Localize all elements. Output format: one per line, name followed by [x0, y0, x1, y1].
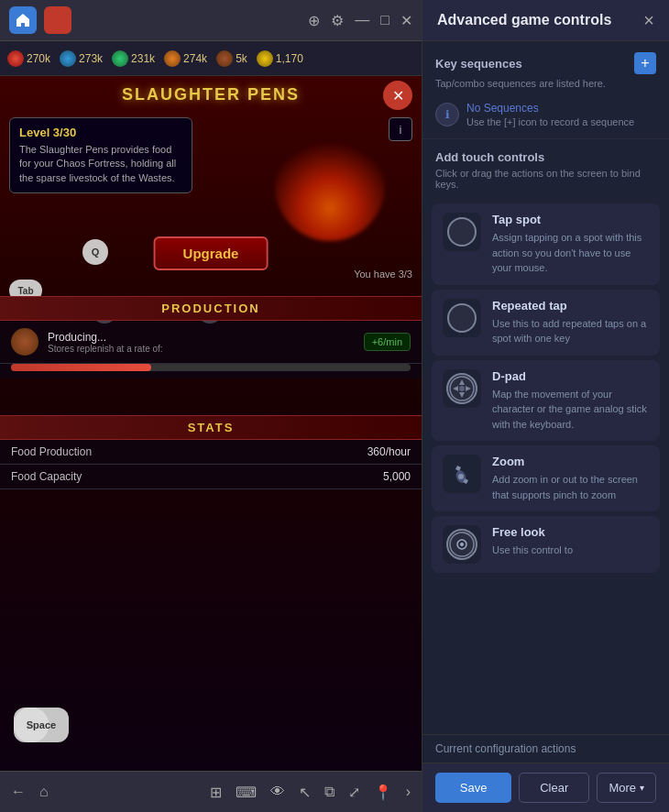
add-icon: +: [641, 55, 649, 71]
level-desc: The Slaughter Pens provides food for you…: [19, 143, 182, 185]
prod-icon: [11, 328, 38, 356]
resource-value-1: 270k: [27, 52, 50, 65]
progress-fill: [11, 364, 151, 371]
resource-icon-brown: [216, 50, 233, 67]
no-sequences-row: ℹ No Sequences Use the [+] icon to recor…: [422, 96, 669, 138]
pin-icon[interactable]: 📍: [374, 784, 392, 801]
tap-spot-card[interactable]: Tap spot Assign tapping on a spot with t…: [432, 203, 660, 285]
progress-bar-wrap: [0, 364, 422, 379]
food-production-value: 360/hour: [367, 445, 411, 458]
resource-icon-yellow: [257, 50, 273, 67]
cursor-icon[interactable]: ↖: [299, 784, 311, 801]
progress-bg: [11, 364, 411, 371]
repeated-tap-title: Repeated tap: [492, 299, 649, 313]
free-look-title: Free look: [492, 525, 649, 539]
repeated-tap-icon: [447, 303, 477, 333]
search-icon[interactable]: ⊕: [308, 12, 320, 29]
food-production-label: Food Production: [11, 445, 92, 458]
resource-icon-green: [112, 50, 128, 67]
home-button[interactable]: [9, 6, 37, 34]
stats-header: STATS: [0, 415, 422, 440]
game-content: SLAUGHTER PENS ✕ Level 3/30 The Slaughte…: [0, 76, 422, 771]
key-sequences-label: Key sequences: [435, 57, 522, 71]
you-have: You have 3/3: [354, 269, 412, 280]
dpad-text: D-pad Map the movement of your character…: [492, 369, 649, 433]
food-capacity-value: 5,000: [383, 470, 411, 483]
tap-spot-title: Tap spot: [492, 213, 649, 226]
panel-scroll[interactable]: Key sequences + Tap/combo sequences are …: [422, 41, 669, 734]
info-icon[interactable]: i: [389, 117, 412, 141]
resource-value-3: 231k: [131, 52, 155, 65]
zoom-icon-wrap: [443, 455, 481, 493]
top-bar-controls: ⊕ ⚙ — □ ✕: [308, 12, 412, 29]
dpad-card[interactable]: D-pad Map the movement of your character…: [432, 360, 660, 442]
bottom-bar-tools: ⊞ ⌨ 👁 ↖ ⧉ ⤢ 📍 ›: [210, 784, 411, 801]
upgrade-button[interactable]: Upgrade: [154, 236, 269, 270]
right-panel: Advanced game controls × Key sequences +…: [422, 0, 669, 812]
zoom-text: Zoom Add zoom in or out to the screen th…: [492, 455, 649, 502]
tap-spot-icon-wrap: [443, 213, 481, 251]
save-button[interactable]: Save: [435, 773, 511, 803]
game-title: SLAUGHTER PENS: [122, 85, 300, 104]
expand-icon[interactable]: ⤢: [348, 784, 360, 801]
prod-text: Producing... Stores replenish at a rate …: [48, 331, 355, 354]
minimize-icon[interactable]: —: [355, 12, 369, 28]
free-look-card[interactable]: Free look Use this control to: [432, 516, 660, 573]
resource-item: 1,170: [257, 50, 303, 67]
zoom-desc: Add zoom in or out to the screen that su…: [492, 472, 649, 502]
bottom-bar-nav: ← ⌂: [11, 784, 49, 800]
stats-row-2: Food Capacity 5,000: [0, 465, 422, 489]
key-sequences-sub: Tap/combo sequences are listed here.: [422, 78, 669, 96]
key-q[interactable]: Q: [82, 239, 108, 265]
resource-item: 231k: [112, 50, 155, 67]
back-icon[interactable]: ←: [11, 784, 26, 800]
fire-visual: [275, 131, 385, 241]
repeated-tap-desc: Use this to add repeated taps on a spot …: [492, 316, 649, 346]
panel-close-button[interactable]: ×: [643, 10, 654, 31]
production-header: PRODUCTION: [0, 296, 422, 321]
more-label: More: [609, 781, 636, 795]
home-nav-icon[interactable]: ⌂: [39, 784, 49, 800]
add-touch-label: Add touch controls: [422, 139, 669, 168]
stats-row-1: Food Production 360/hour: [0, 440, 422, 465]
game-icon: [44, 6, 71, 34]
resource-item: 274k: [164, 50, 207, 67]
level-title: Level 3/30: [19, 126, 182, 139]
forward-icon[interactable]: ›: [406, 784, 411, 801]
maximize-icon[interactable]: □: [380, 12, 389, 28]
keyboard-icon[interactable]: ⌨: [236, 784, 257, 801]
no-sequences-label: No Sequences: [466, 102, 634, 115]
eye-icon[interactable]: 👁: [270, 784, 285, 801]
clear-button[interactable]: Clear: [519, 773, 589, 803]
tap-spot-text: Tap spot Assign tapping on a spot with t…: [492, 213, 649, 276]
dpad-icon: [446, 373, 477, 404]
close-game-button[interactable]: ✕: [383, 81, 412, 110]
left-panel: ⊕ ⚙ — □ ✕ 270k 273k 231k 274k 5k: [0, 0, 422, 812]
repeated-tap-card[interactable]: Repeated tap Use this to add repeated ta…: [432, 290, 660, 356]
resource-item: 5k: [216, 50, 247, 67]
repeated-tap-icon-wrap: [443, 299, 481, 337]
grid-icon[interactable]: ⊞: [210, 784, 222, 801]
tap-spot-desc: Assign tapping on a spot with this actio…: [492, 230, 649, 276]
resource-icon-red: [7, 50, 24, 67]
add-sequence-button[interactable]: +: [634, 52, 656, 74]
settings-icon[interactable]: ⚙: [331, 12, 344, 29]
repeated-tap-text: Repeated tap Use this to add repeated ta…: [492, 299, 649, 346]
stats-section: STATS Food Production 360/hour Food Capa…: [0, 415, 422, 489]
free-look-icon-wrap: [443, 525, 481, 564]
layers-icon[interactable]: ⧉: [324, 784, 334, 801]
zoom-title: Zoom: [492, 455, 649, 468]
zoom-card[interactable]: Zoom Add zoom in or out to the screen th…: [432, 445, 660, 511]
production-section: PRODUCTION Producing... Stores replenish…: [0, 296, 422, 379]
dpad-title: D-pad: [492, 369, 649, 383]
tap-spot-icon: [447, 217, 477, 247]
bottom-bar: ← ⌂ ⊞ ⌨ 👁 ↖ ⧉ ⤢ 📍 ›: [0, 771, 422, 812]
resource-item: 270k: [7, 50, 50, 67]
more-button[interactable]: More ▾: [597, 773, 656, 803]
free-look-desc: Use this control to: [492, 543, 649, 558]
key-space[interactable]: Space: [14, 708, 69, 742]
resource-item: 273k: [60, 50, 103, 67]
close-icon[interactable]: ✕: [400, 12, 412, 29]
food-capacity-label: Food Capacity: [11, 470, 82, 483]
panel-title: Advanced game controls: [437, 12, 611, 28]
